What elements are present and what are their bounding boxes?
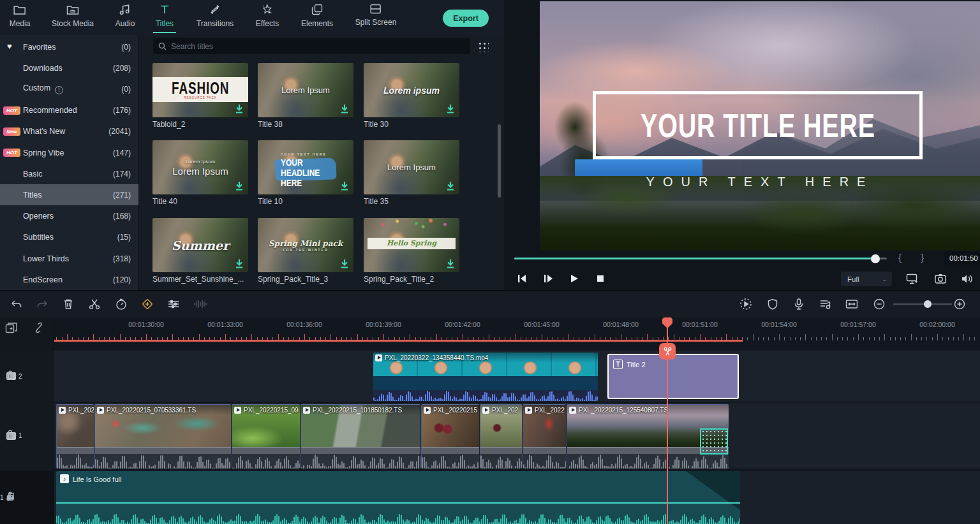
clip-name: Title 2 (627, 361, 646, 368)
preview-zoom-dropdown[interactable]: Full ⌄ (841, 272, 892, 286)
search-input[interactable] (171, 42, 445, 51)
template-card[interactable]: SummerSummer_Set_Sunshine_... (152, 218, 248, 284)
ruler-tick (853, 337, 854, 340)
adjust-button[interactable] (166, 296, 181, 312)
download-icon[interactable] (235, 104, 244, 114)
video-clip[interactable]: PXL_20220322_134358440.TS.mp4 (373, 353, 598, 401)
next-frame-button[interactable] (542, 273, 554, 284)
play-button[interactable] (568, 273, 581, 284)
eye-icon[interactable] (6, 430, 17, 442)
video-clip[interactable]: PXL_202 (56, 404, 94, 469)
video-clip[interactable]: PXL_20220215_070533361.TS (94, 404, 231, 469)
zoom-out-button[interactable] (872, 296, 887, 312)
link-icon[interactable] (33, 322, 45, 336)
speaker-icon[interactable] (961, 273, 974, 284)
download-icon[interactable] (446, 259, 455, 269)
template-card[interactable]: Hello SpringSpring_Pack_Title_2 (364, 218, 459, 284)
tab-audio[interactable]: Audio (115, 4, 135, 28)
tab-elements[interactable]: Elements (301, 4, 333, 28)
title-clip[interactable]: TTitle 2 (607, 354, 739, 399)
delete-button[interactable] (61, 296, 76, 312)
template-name: Spring_Pack_Title_2 (364, 275, 459, 284)
template-card[interactable]: FASHIONRESOURCE PACKTabloid_2 (152, 63, 248, 129)
ruler-tick (415, 337, 416, 340)
sidebar-item-titles[interactable]: Titles(271) (0, 184, 138, 205)
mark-in-icon[interactable]: { (898, 252, 902, 263)
sidebar-item-openers[interactable]: Openers(168) (0, 206, 138, 227)
voiceover-mic-button[interactable] (791, 296, 806, 312)
sidebar-item-downloads[interactable]: Downloads(208) (0, 57, 138, 78)
seek-handle[interactable] (871, 254, 880, 263)
grid-view-icon[interactable] (477, 41, 489, 52)
sidebar-item-recommended[interactable]: HOTRecommended(176) (0, 100, 138, 121)
volume-envelope-line[interactable] (56, 502, 740, 504)
undo-button[interactable] (8, 296, 24, 312)
eye-icon[interactable] (6, 370, 17, 382)
search-bar[interactable] (153, 38, 470, 54)
sidebar-item-spring-vibe[interactable]: HOTSpring Vibe(147) (0, 142, 138, 163)
video-clip[interactable]: PXL_2022 (523, 404, 566, 469)
export-button[interactable]: Export (443, 10, 489, 27)
dual-monitor-icon[interactable] (906, 273, 919, 284)
preview-title-text[interactable]: YOUR TITLE HERE (641, 106, 875, 145)
tab-transitions[interactable]: Transitions (197, 4, 234, 28)
sidebar-item-custom[interactable]: Custom!(0) (0, 78, 138, 99)
add-to-track-icon[interactable] (5, 322, 18, 337)
sidebar-item-lower-thirds[interactable]: Lower Thirds(318) (0, 248, 138, 269)
template-card[interactable]: Lorem ipsumTitle 30 (364, 63, 459, 129)
shield-button[interactable] (765, 296, 780, 312)
template-card[interactable]: YOUR TEXT HEREYOUR HEADLINE HERETitle 10 (258, 140, 353, 206)
template-card[interactable]: Lorem IpsumLorem IpsumTitle 40 (152, 140, 248, 206)
timeline-zoom-handle[interactable] (924, 300, 932, 308)
zoom-in-button[interactable] (952, 296, 967, 312)
tab-effects[interactable]: Effects (256, 4, 279, 28)
playhead-scissors-icon[interactable] (659, 343, 676, 360)
render-preview-button[interactable] (738, 296, 754, 312)
sidebar-item-what-s-new[interactable]: NewWhat's New(2041) (0, 121, 138, 142)
keyframe-button[interactable] (140, 296, 155, 312)
download-icon[interactable] (340, 259, 349, 269)
sidebar-item-endscreen[interactable]: EndScreen(120) (0, 269, 138, 290)
speaker-icon[interactable] (6, 492, 15, 504)
audio-sync-button[interactable] (193, 296, 208, 312)
timeline-ruler[interactable]: 00:01:30:0000:01:33:0000:01:36:0000:01:3… (54, 317, 980, 346)
preview-title-box[interactable]: YOUR TITLE HERE (593, 91, 923, 160)
audio-mixer-button[interactable] (817, 296, 833, 312)
video-clip[interactable]: PXL_20220215 (421, 404, 479, 469)
sidebar-item-favorites[interactable]: ♥Favorites(0) (0, 36, 138, 57)
preview-subtitle-text[interactable]: YOUR TEXT HERE (540, 175, 980, 189)
redo-button[interactable] (34, 296, 50, 312)
template-card[interactable]: Lorem IpsumTitle 35 (364, 140, 459, 206)
download-icon[interactable] (235, 181, 244, 191)
download-icon[interactable] (340, 181, 349, 191)
info-icon[interactable]: ! (55, 86, 63, 94)
stop-button[interactable] (594, 273, 607, 284)
audio-clip[interactable]: ♪Life Is Good full (56, 471, 740, 524)
tab-titles[interactable]: Titles (153, 4, 176, 33)
video-clip[interactable]: PXL_202 (480, 404, 522, 469)
download-icon[interactable] (446, 181, 455, 191)
split-scissors-button[interactable] (87, 296, 102, 312)
template-card[interactable]: Lorem IpsumTitle 38 (258, 63, 353, 129)
seek-bar[interactable] (514, 258, 887, 259)
ruler-marked-region (54, 340, 743, 342)
download-icon[interactable] (235, 259, 244, 269)
tab-media[interactable]: Media (10, 4, 31, 28)
speed-button[interactable] (114, 296, 129, 312)
mark-out-icon[interactable]: } (921, 252, 924, 263)
tab-stock-media[interactable]: Stock Media (52, 4, 94, 28)
snapshot-camera-icon[interactable] (934, 273, 947, 284)
download-icon[interactable] (446, 104, 455, 114)
download-icon[interactable] (340, 104, 349, 114)
video-clip[interactable]: PXL_20220215_101850182.TS (301, 404, 420, 469)
sidebar-item-basic[interactable]: Basic(174) (0, 163, 138, 184)
video-clip[interactable]: PXL_20220215_09 (232, 404, 300, 469)
templates-scrollbar[interactable] (498, 124, 501, 198)
video-clip[interactable]: PXL_20220215_125540807.TS (567, 404, 729, 469)
tab-split-screen[interactable]: Split Screen (355, 4, 397, 27)
template-card[interactable]: Spring Mini packFOR THE WINTERSpring_Pac… (258, 218, 353, 284)
sidebar-item-subtitles[interactable]: Subtitles(15) (0, 227, 138, 248)
timeline-zoom-slider[interactable] (893, 303, 952, 305)
fit-timeline-button[interactable] (844, 296, 859, 312)
previous-frame-button[interactable] (516, 273, 528, 284)
